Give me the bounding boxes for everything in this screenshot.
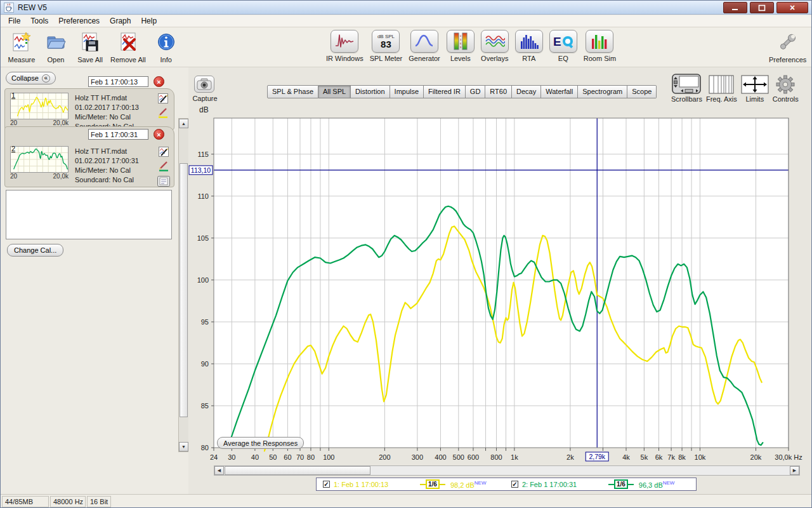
svg-text:80: 80 [307, 453, 315, 461]
scrollbar-thumb[interactable] [180, 163, 188, 417]
change-cal-button[interactable]: Change Cal... [7, 244, 63, 257]
limits-icon [741, 75, 769, 94]
minimize-button[interactable] [723, 2, 747, 13]
tab-filtered-ir[interactable]: Filtered IR [424, 85, 466, 98]
chart-horizontal-scrollbar[interactable]: ◀ ▶ [214, 465, 800, 476]
measure-icon [12, 30, 31, 54]
collapse-button[interactable]: Collapse « [6, 72, 56, 84]
scroll-down-icon[interactable]: ▼ [179, 442, 188, 451]
preferences-button[interactable]: Preferences [769, 30, 806, 64]
trace-color-pencil-icon[interactable] [158, 161, 169, 171]
average-responses-button[interactable]: Average the Responses [217, 437, 304, 449]
capture-button[interactable] [194, 76, 214, 93]
close-button[interactable]: × [776, 2, 808, 13]
legend-label-1[interactable]: 1: Feb 1 17:00:13 [334, 481, 415, 488]
graph-button-label: Freq. Axis [706, 95, 737, 103]
measurement-name-input[interactable] [88, 129, 148, 140]
svg-text:105: 105 [197, 234, 209, 242]
measurement-actions [157, 93, 169, 118]
toolbar-label: Measure [8, 56, 36, 64]
svg-text:400: 400 [435, 453, 446, 461]
room-sim-button[interactable]: Room Sim [584, 30, 616, 62]
toolbar-label: IR Windows [326, 55, 363, 62]
svg-text:6k: 6k [655, 453, 663, 461]
open-button[interactable]: Open [42, 30, 70, 64]
menu-preferences[interactable]: Preferences [53, 15, 105, 27]
levels-button[interactable]: 0369Levels [447, 30, 475, 62]
tab-spl-phase[interactable]: SPL & Phase [267, 85, 318, 98]
notes-box[interactable] [6, 190, 172, 239]
measurement-card-1[interactable]: 12020,0kHolz TT HT.mdat01.02.2017 17:00:… [4, 88, 174, 130]
trace-color-pencil-icon[interactable] [157, 108, 169, 118]
svg-text:50: 50 [269, 453, 277, 461]
toolbar-label: Overlays [481, 55, 508, 62]
tab-gd[interactable]: GD [466, 85, 486, 98]
tab-impulse[interactable]: Impulse [390, 85, 424, 98]
menu-tools[interactable]: Tools [25, 15, 53, 27]
save-all-button[interactable]: Save All [76, 30, 104, 64]
remove-measurement-icon[interactable]: × [154, 76, 164, 87]
scroll-up-icon[interactable]: ▲ [179, 119, 188, 128]
smoothing-value: 1/6 [614, 479, 628, 489]
scroll-left-icon[interactable]: ◀ [214, 466, 224, 475]
thumbnail-axis: 2020,0k [10, 119, 69, 126]
freq-axis-button[interactable]: Freq. Axis [706, 75, 737, 103]
smoothing-line [608, 484, 614, 485]
remove-measurement-icon[interactable]: × [154, 129, 164, 140]
window-title: REW V5 [18, 3, 47, 12]
legend-checkbox-2[interactable]: ✓ [511, 481, 518, 488]
legend-checkbox-1[interactable]: ✓ [323, 481, 330, 488]
tab-scope[interactable]: Scope [627, 85, 657, 98]
tab-rt60[interactable]: RT60 [485, 85, 512, 98]
edit-chart-icon[interactable] [159, 147, 169, 157]
svg-text:100: 100 [323, 453, 334, 461]
freqaxis-icon [709, 75, 734, 94]
edit-chart-icon[interactable] [158, 93, 168, 104]
hscrollbar-thumb[interactable] [225, 466, 370, 475]
title-bar: REW V5 × [1, 1, 812, 15]
svg-text:8k: 8k [678, 453, 686, 461]
overlays-button[interactable]: Overlays [481, 30, 509, 62]
menu-graph[interactable]: Graph [105, 15, 136, 27]
rta-button[interactable]: RTA [515, 30, 543, 62]
smoothing-badge-1[interactable]: 1/6 [420, 479, 445, 489]
toolbar-label: Room Sim [584, 55, 616, 62]
maximize-button[interactable] [750, 2, 774, 13]
notes-icon[interactable] [157, 176, 170, 187]
toolbar-left-group: MeasureOpenSave AllRemove AllInfo [4, 30, 183, 64]
controls-button[interactable]: Controls [773, 75, 799, 103]
thumb-axis-right: 20,0k [53, 173, 69, 180]
tab-distortion[interactable]: Distortion [351, 85, 390, 98]
tab-all-spl[interactable]: All SPL [318, 85, 351, 98]
scrollbars-button[interactable]: Scrollbars [671, 74, 702, 103]
spl-meter-button[interactable]: dB SPL83SPL Meter [370, 30, 403, 62]
remove-all-button[interactable]: Remove All [110, 30, 146, 64]
info-button[interactable]: Info [152, 30, 180, 64]
eq-button[interactable]: EEQ [549, 30, 577, 62]
generator-button[interactable]: Generator [409, 30, 440, 62]
tab-waterfall[interactable]: Waterfall [541, 85, 578, 98]
tab-spectrogram[interactable]: Spectrogram [578, 85, 627, 98]
legend-label-2[interactable]: 2: Feb 1 17:00:31 [522, 481, 603, 488]
measure-button[interactable]: Measure [8, 30, 36, 64]
menu-help[interactable]: Help [136, 15, 162, 27]
measurement-file: Holz TT HT.mdat [75, 147, 139, 156]
svg-text:0: 0 [460, 34, 462, 37]
limits-button[interactable]: Limits [741, 75, 769, 103]
spl-chart[interactable]: 8085909510010511011524304050607080100200… [188, 112, 812, 465]
menu-file[interactable]: File [3, 15, 25, 27]
measurement-thumbnail: 12020,0k [10, 93, 69, 126]
sidebar-scrollbar[interactable]: ▲ ▼ [178, 118, 189, 452]
measurement-name-input[interactable] [88, 76, 148, 87]
smoothing-badge-2[interactable]: 1/6 [608, 479, 634, 489]
legend-bar: ✓1: Feb 1 17:00:131/698,2 dBNEW✓2: Feb 1… [316, 478, 697, 491]
scroll-right-icon[interactable]: ▶ [790, 466, 799, 475]
tab-decay[interactable]: Decay [512, 85, 541, 98]
ir-windows-button[interactable]: IR Windows [326, 30, 363, 62]
legend-value-1: 98,2 dBNEW [450, 480, 505, 489]
graph-tabs: SPL & PhaseAll SPLDistortionImpulseFilte… [267, 85, 657, 98]
thumb-axis-left: 20 [10, 173, 17, 180]
controls-icon [776, 75, 795, 94]
svg-text:3: 3 [460, 38, 462, 41]
smoothing-value: 1/6 [426, 479, 440, 489]
